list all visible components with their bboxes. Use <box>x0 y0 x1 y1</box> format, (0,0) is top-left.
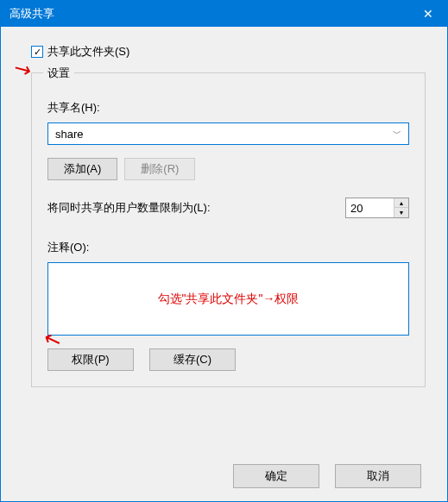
advanced-sharing-dialog: 高级共享 ✕ ↘ 共享此文件夹(S) 设置 共享名(H): share ﹀ 添加… <box>0 0 448 502</box>
dialog-footer-buttons: 确定 取消 <box>233 464 421 488</box>
spinner-buttons: ▲ ▼ <box>394 198 408 217</box>
share-name-value: share <box>55 128 393 141</box>
ok-button[interactable]: 确定 <box>233 464 319 488</box>
remove-button: 删除(R) <box>124 158 195 180</box>
share-folder-checkbox-row[interactable]: 共享此文件夹(S) <box>31 44 426 60</box>
add-button[interactable]: 添加(A) <box>47 158 117 180</box>
user-limit-spinner[interactable]: ▲ ▼ <box>345 198 409 218</box>
user-limit-input[interactable] <box>346 202 394 215</box>
user-limit-label: 将同时共享的用户数量限制为(L): <box>47 200 211 216</box>
cache-button[interactable]: 缓存(C) <box>149 348 236 371</box>
user-limit-row: 将同时共享的用户数量限制为(L): ▲ ▼ <box>47 198 409 218</box>
permissions-button[interactable]: 权限(P) <box>47 348 134 371</box>
share-folder-label: 共享此文件夹(S) <box>47 44 129 60</box>
fieldset-bottom-buttons: 权限(P) 缓存(C) <box>47 348 409 371</box>
share-name-label: 共享名(H): <box>47 100 409 116</box>
close-button[interactable]: ✕ <box>408 1 447 27</box>
share-name-buttons: 添加(A) 删除(R) <box>47 158 409 180</box>
spinner-up-button[interactable]: ▲ <box>394 198 408 208</box>
settings-fieldset: 设置 共享名(H): share ﹀ 添加(A) 删除(R) 将同时共享的用户数… <box>31 72 426 387</box>
dialog-content: ↘ 共享此文件夹(S) 设置 共享名(H): share ﹀ 添加(A) 删除(… <box>1 27 447 405</box>
cancel-button[interactable]: 取消 <box>335 464 421 488</box>
comment-textarea[interactable]: 勾选"共享此文件夹"→权限 <box>47 262 409 336</box>
titlebar: 高级共享 ✕ <box>1 1 447 27</box>
spinner-down-button[interactable]: ▼ <box>394 208 408 217</box>
share-folder-checkbox[interactable] <box>31 46 43 58</box>
close-icon: ✕ <box>423 7 433 21</box>
settings-legend: 设置 <box>43 66 74 81</box>
window-title: 高级共享 <box>9 6 54 22</box>
chevron-down-icon: ﹀ <box>393 128 401 140</box>
share-name-dropdown[interactable]: share ﹀ <box>47 122 409 145</box>
annotation-text: 勾选"共享此文件夹"→权限 <box>158 292 300 307</box>
comment-label: 注释(O): <box>47 240 409 255</box>
